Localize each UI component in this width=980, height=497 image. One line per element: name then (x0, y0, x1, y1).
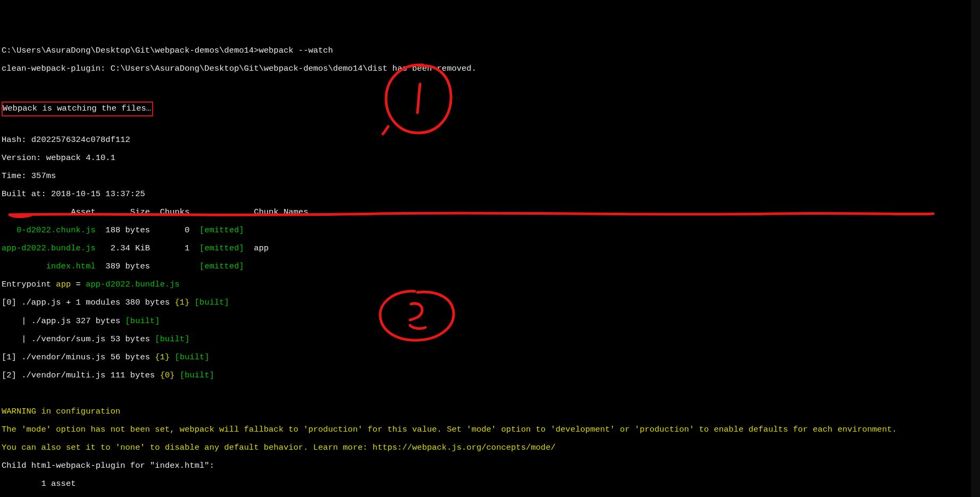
asset-row: 0-d2022.chunk.js 188 bytes 0 [emitted] (2, 226, 978, 235)
time-line: Time: 357ms (2, 172, 978, 181)
asset-row: app-d2022.bundle.js 2.34 KiB 1 [emitted]… (2, 244, 978, 253)
scrollbar[interactable] (971, 0, 980, 497)
asset-header: Asset Size Chunks Chunk Names (2, 208, 978, 217)
module-row: [0] ./app.js + 1 modules 380 bytes {1} [… (2, 298, 978, 307)
asset-row: index.html 389 bytes [emitted] (2, 262, 978, 271)
entrypoint-line: Entrypoint app = app-d2022.bundle.js (2, 280, 978, 289)
module-row: [1] ./vendor/minus.js 56 bytes {1} [buil… (2, 353, 978, 362)
clean-line: clean-webpack-plugin: C:\Users\AsuraDong… (2, 64, 978, 73)
warning-text: The 'mode' option has not been set, webp… (2, 425, 978, 434)
watching-box: Webpack is watching the files… (2, 102, 153, 116)
version-line: Version: webpack 4.10.1 (2, 154, 978, 163)
module-row: | ./app.js 327 bytes [built] (2, 317, 978, 326)
prompt-line: C:\Users\AsuraDong\Desktop\Git\webpack-d… (2, 46, 978, 55)
module-row: | ./vendor/sum.js 53 bytes [built] (2, 335, 978, 344)
module-row: [2] ./vendor/multi.js 111 bytes {0} [bui… (2, 371, 978, 380)
warning-title: WARNING in configuration (2, 407, 978, 416)
child-line: Child html-webpack-plugin for "index.htm… (2, 461, 978, 470)
hash-line: Hash: d2022576324c078df112 (2, 136, 978, 145)
child-asset: 1 asset (2, 479, 978, 488)
terminal-output[interactable]: C:\Users\AsuraDong\Desktop\Git\webpack-d… (2, 37, 978, 497)
built-line: Built at: 2018-10-15 13:37:25 (2, 190, 978, 199)
warning-text: You can also set it to 'none' to disable… (2, 443, 978, 452)
